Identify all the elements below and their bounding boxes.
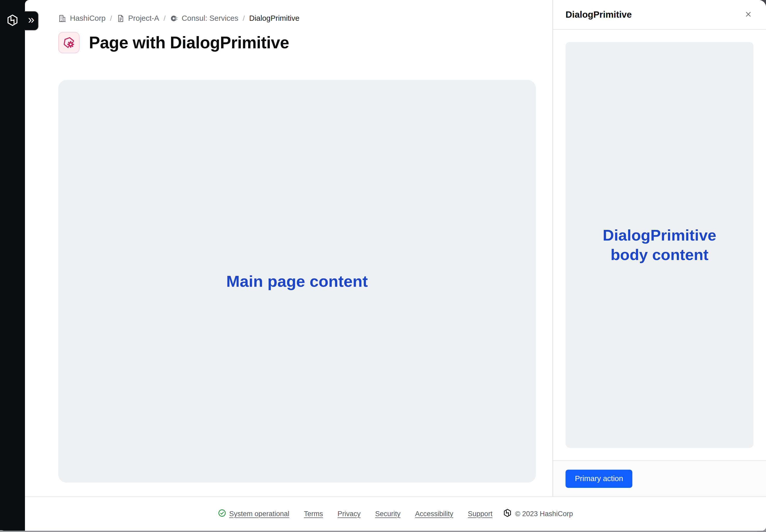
dialog-title: DialogPrimitive xyxy=(565,9,632,20)
copyright-text: © 2023 HashiCorp xyxy=(515,510,573,518)
check-circle-icon xyxy=(218,509,226,519)
hashicorp-logo-icon xyxy=(503,509,511,519)
dialog-body: DialogPrimitive body content xyxy=(553,30,766,460)
system-status-link[interactable]: System operational xyxy=(218,509,289,519)
double-chevron-right-icon: » xyxy=(28,14,34,28)
primary-action-button[interactable]: Primary action xyxy=(565,470,632,488)
dialog-header: DialogPrimitive xyxy=(553,0,766,30)
hashicorp-logo-icon[interactable] xyxy=(7,15,18,26)
footer-copyright: © 2023 HashiCorp xyxy=(503,509,573,519)
app-surface: HashiCorp / Project-A / xyxy=(25,0,766,531)
consul-icon xyxy=(170,14,178,23)
system-status-label: System operational xyxy=(229,510,289,518)
footer-link-security[interactable]: Security xyxy=(375,510,401,518)
breadcrumb-item-current: DialogPrimitive xyxy=(249,14,299,23)
breadcrumb: HashiCorp / Project-A / xyxy=(58,14,536,23)
page-title: Page with DialogPrimitive xyxy=(89,33,289,52)
footer-link-support[interactable]: Support xyxy=(468,510,492,518)
breadcrumb-label: Consul: Services xyxy=(182,14,239,23)
building-icon xyxy=(58,14,67,23)
file-icon xyxy=(116,14,125,23)
breadcrumb-item-project[interactable]: Project-A xyxy=(116,14,159,23)
footer-link-terms[interactable]: Terms xyxy=(304,510,323,518)
footer-link-accessibility[interactable]: Accessibility xyxy=(415,510,453,518)
breadcrumb-label: DialogPrimitive xyxy=(249,14,299,23)
main-content-placeholder: Main page content xyxy=(58,80,536,483)
dialog-footer: Primary action xyxy=(553,460,766,496)
x-icon xyxy=(745,11,752,19)
main-region: HashiCorp / Project-A / xyxy=(25,0,552,496)
breadcrumb-label: Project-A xyxy=(128,14,159,23)
breadcrumb-separator: / xyxy=(110,14,112,23)
page-header: Page with DialogPrimitive xyxy=(58,32,536,53)
app-footer: System operational Terms Privacy Securit… xyxy=(25,496,766,531)
breadcrumb-item-consul-services[interactable]: Consul: Services xyxy=(170,14,239,23)
dialog-content-placeholder: DialogPrimitive body content xyxy=(565,42,754,448)
breadcrumb-item-hashicorp[interactable]: HashiCorp xyxy=(58,14,105,23)
dialog-panel: DialogPrimitive DialogPrimitive body con… xyxy=(552,0,766,496)
dialog-close-button[interactable] xyxy=(742,8,755,21)
breadcrumb-separator: / xyxy=(163,14,165,23)
app-sidebar xyxy=(0,0,25,531)
sidebar-expand-button[interactable]: » xyxy=(24,11,38,30)
consul-gear-icon xyxy=(58,32,79,53)
footer-link-privacy[interactable]: Privacy xyxy=(338,510,361,518)
breadcrumb-label: HashiCorp xyxy=(70,14,105,23)
breadcrumb-separator: / xyxy=(243,14,245,23)
main-placeholder-text: Main page content xyxy=(226,271,368,291)
dialog-placeholder-text: DialogPrimitive body content xyxy=(584,225,735,264)
